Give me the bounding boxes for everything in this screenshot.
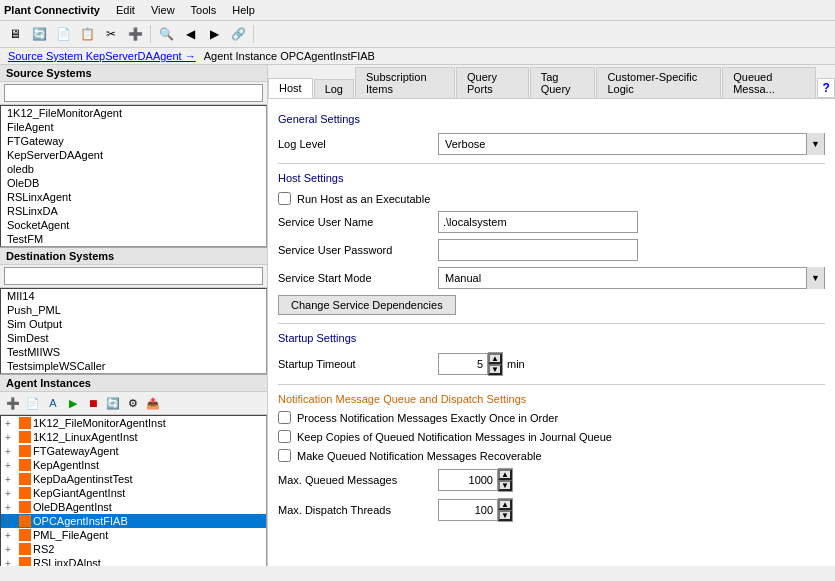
dest-item-1[interactable]: Push_PML (1, 303, 266, 317)
divider-3 (278, 384, 825, 385)
service-user-password-control (438, 239, 825, 261)
agent-item-8[interactable]: + PML_FileAgent (1, 528, 266, 542)
agent-icon-5 (19, 487, 31, 499)
agent-item-0[interactable]: + 1K12_FileMonitorAgentInst (1, 416, 266, 430)
source-item-0[interactable]: 1K12_FileMonitorAgent (1, 106, 266, 120)
dest-item-5[interactable]: TestsimpleWSCaller (1, 359, 266, 373)
agent-item-3[interactable]: + KepAgentInst (1, 458, 266, 472)
agent-toolbar-copy[interactable]: 📄 (24, 394, 42, 412)
source-item-7[interactable]: RSLinxDA (1, 204, 266, 218)
log-level-arrow[interactable]: ▼ (806, 133, 824, 155)
toolbar-cut[interactable]: ✂ (100, 23, 122, 45)
tab-log[interactable]: Log (314, 79, 354, 98)
destination-systems-search-input[interactable] (4, 267, 263, 285)
tab-host[interactable]: Host (268, 78, 313, 98)
tab-query-ports[interactable]: Query Ports (456, 67, 529, 98)
agent-icon-6 (19, 501, 31, 513)
toolbar-refresh[interactable]: 🔄 (28, 23, 50, 45)
process-notification-checkbox[interactable] (278, 411, 291, 424)
agent-item-7[interactable]: + OPCAgentInstFIAB (1, 514, 266, 528)
menu-tools[interactable]: Tools (183, 2, 225, 18)
toolbar-forward[interactable]: ▶ (203, 23, 225, 45)
agent-toolbar-stop[interactable]: ⏹ (84, 394, 102, 412)
agent-toolbar-rename[interactable]: A (44, 394, 62, 412)
service-start-mode-dropdown[interactable]: Manual ▼ (438, 267, 825, 289)
agent-toolbar-refresh[interactable]: 🔄 (104, 394, 122, 412)
help-button[interactable]: ? (817, 78, 835, 98)
expand-icon-8: + (5, 530, 17, 541)
max-queued-spinners: ▲ ▼ (498, 468, 513, 492)
toolbar-back[interactable]: ◀ (179, 23, 201, 45)
keep-copies-checkbox[interactable] (278, 430, 291, 443)
agent-item-1[interactable]: + 1K12_LinuxAgentInst (1, 430, 266, 444)
toolbar-new[interactable]: 🖥 (4, 23, 26, 45)
run-host-label: Run Host as an Executable (297, 193, 430, 205)
agent-toolbar-settings[interactable]: ⚙ (124, 394, 142, 412)
agent-item-10[interactable]: + RSLinxDAlnst (1, 556, 266, 566)
source-item-5[interactable]: OleDB (1, 176, 266, 190)
source-item-4[interactable]: oledb (1, 162, 266, 176)
agent-toolbar-export[interactable]: 📤 (144, 394, 162, 412)
toolbar-separator-2 (253, 25, 254, 43)
run-host-row: Run Host as an Executable (278, 192, 825, 205)
dest-item-0[interactable]: MII14 (1, 289, 266, 303)
menu-help[interactable]: Help (224, 2, 263, 18)
toolbar-copy[interactable]: 📄 (52, 23, 74, 45)
agent-name-9: RS2 (33, 543, 54, 555)
startup-timeout-down[interactable]: ▼ (488, 364, 502, 375)
service-user-password-input[interactable] (438, 239, 638, 261)
max-dispatch-down[interactable]: ▼ (498, 510, 512, 521)
toolbar-add[interactable]: ➕ (124, 23, 146, 45)
source-system-link[interactable]: Source System KepServerDAAgent → (8, 50, 196, 62)
make-queued-checkbox[interactable] (278, 449, 291, 462)
service-user-name-input[interactable] (438, 211, 638, 233)
source-item-2[interactable]: FTGateway (1, 134, 266, 148)
max-dispatch-input[interactable] (438, 499, 498, 521)
dest-item-4[interactable]: TestMIIWS (1, 345, 266, 359)
startup-timeout-up[interactable]: ▲ (488, 353, 502, 364)
source-item-9[interactable]: TestFM (1, 232, 266, 246)
run-host-checkbox[interactable] (278, 192, 291, 205)
toolbar-paste[interactable]: 📋 (76, 23, 98, 45)
left-panel: Source Systems 1K12_FileMonitorAgent Fil… (0, 65, 268, 566)
agent-toolbar-start[interactable]: ▶ (64, 394, 82, 412)
agent-item-5[interactable]: + KepGiantAgentInst (1, 486, 266, 500)
agent-item-9[interactable]: + RS2 (1, 542, 266, 556)
tab-queued-messages[interactable]: Queued Messa... (722, 67, 816, 98)
source-item-6[interactable]: RSLinxAgent (1, 190, 266, 204)
max-queued-down[interactable]: ▼ (498, 480, 512, 491)
change-service-btn[interactable]: Change Service Dependencies (278, 295, 456, 315)
agent-item-6[interactable]: + OleDBAgentInst (1, 500, 266, 514)
dest-item-2[interactable]: Sim Output (1, 317, 266, 331)
destination-systems-list: MII14 Push_PML Sim Output SimDest TestMI… (0, 288, 267, 374)
log-level-dropdown[interactable]: Verbose ▼ (438, 133, 825, 155)
log-level-row: Log Level Verbose ▼ (278, 133, 825, 155)
source-systems-search-input[interactable] (4, 84, 263, 102)
source-item-1[interactable]: FileAgent (1, 120, 266, 134)
toolbar-search[interactable]: 🔍 (155, 23, 177, 45)
main-layout: Source Systems 1K12_FileMonitorAgent Fil… (0, 65, 835, 566)
destination-systems-search-bar (0, 265, 267, 288)
toolbar-connect[interactable]: 🔗 (227, 23, 249, 45)
startup-settings-title: Startup Settings (278, 332, 825, 344)
agent-toolbar-add[interactable]: ➕ (4, 394, 22, 412)
source-item-3[interactable]: KepServerDAAgent (1, 148, 266, 162)
startup-timeout-input[interactable]: 5 (438, 353, 488, 375)
agent-item-2[interactable]: + FTGatewayAgent (1, 444, 266, 458)
source-item-8[interactable]: SocketAgent (1, 218, 266, 232)
service-user-name-control (438, 211, 825, 233)
dest-item-3[interactable]: SimDest (1, 331, 266, 345)
tab-customer-specific[interactable]: Customer-Specific Logic (596, 67, 721, 98)
agent-item-4[interactable]: + KepDaAgentinstTest (1, 472, 266, 486)
tab-tag-query[interactable]: Tag Query (530, 67, 596, 98)
max-queued-row: Max. Queued Messages ▲ ▼ (278, 468, 825, 492)
max-queued-label: Max. Queued Messages (278, 474, 438, 486)
max-queued-input[interactable] (438, 469, 498, 491)
service-start-mode-arrow[interactable]: ▼ (806, 267, 824, 289)
max-dispatch-up[interactable]: ▲ (498, 499, 512, 510)
agent-name-7: OPCAgentInstFIAB (33, 515, 128, 527)
max-queued-up[interactable]: ▲ (498, 469, 512, 480)
tab-subscription-items[interactable]: Subscription Items (355, 67, 455, 98)
menu-edit[interactable]: Edit (108, 2, 143, 18)
menu-view[interactable]: View (143, 2, 183, 18)
